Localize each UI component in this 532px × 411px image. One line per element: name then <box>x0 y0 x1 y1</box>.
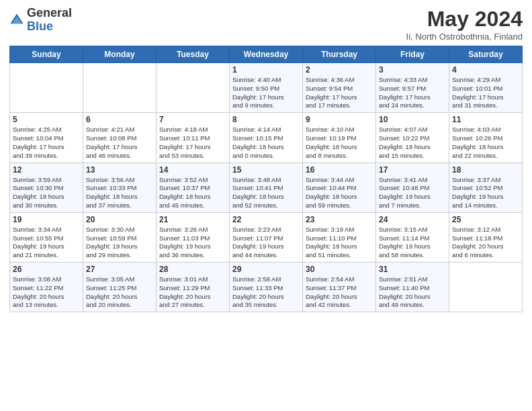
logo-general: General <box>27 7 72 20</box>
day-number: 12 <box>13 165 80 175</box>
weekday-header-monday: Monday <box>83 46 157 63</box>
day-number: 18 <box>452 165 519 175</box>
day-number: 27 <box>86 265 153 274</box>
day-info: Sunrise: 4:10 AM Sunset: 10:19 PM Daylig… <box>306 126 373 160</box>
day-info: Sunrise: 3:12 AM Sunset: 11:18 PM Daylig… <box>452 226 519 260</box>
day-info: Sunrise: 4:07 AM Sunset: 10:22 PM Daylig… <box>379 126 446 160</box>
logo-text: General Blue <box>27 7 72 34</box>
calendar-cell: 18Sunrise: 3:37 AM Sunset: 10:52 PM Dayl… <box>449 163 523 212</box>
day-number: 21 <box>159 215 226 224</box>
day-number: 2 <box>306 65 373 75</box>
weekday-header-row: SundayMondayTuesdayWednesdayThursdayFrid… <box>10 46 523 63</box>
day-number: 14 <box>159 165 226 175</box>
calendar-cell: 6Sunrise: 4:21 AM Sunset: 10:08 PM Dayli… <box>83 113 157 163</box>
day-info: Sunrise: 3:30 AM Sunset: 10:59 PM Daylig… <box>86 226 153 260</box>
calendar-cell <box>83 63 157 113</box>
day-number: 29 <box>232 265 300 274</box>
day-number: 30 <box>306 265 373 274</box>
day-info: Sunrise: 4:40 AM Sunset: 9:50 PM Dayligh… <box>232 76 300 110</box>
day-number: 20 <box>86 215 153 224</box>
calendar-cell: 7Sunrise: 4:18 AM Sunset: 10:11 PM Dayli… <box>157 113 230 163</box>
calendar-cell: 29Sunrise: 2:58 AM Sunset: 11:33 PM Dayl… <box>230 263 303 312</box>
calendar-cell: 16Sunrise: 3:44 AM Sunset: 10:44 PM Dayl… <box>303 163 376 212</box>
day-number: 7 <box>159 115 226 124</box>
calendar-cell: 27Sunrise: 3:05 AM Sunset: 11:25 PM Dayl… <box>83 263 157 312</box>
day-info: Sunrise: 3:19 AM Sunset: 11:10 PM Daylig… <box>306 226 373 260</box>
calendar-cell: 21Sunrise: 3:26 AM Sunset: 11:03 PM Dayl… <box>157 212 230 262</box>
day-info: Sunrise: 3:05 AM Sunset: 11:25 PM Daylig… <box>86 275 153 310</box>
day-number: 1 <box>232 65 300 75</box>
weekday-header-friday: Friday <box>376 46 449 63</box>
logo: General Blue <box>9 7 72 34</box>
calendar-week-2: 5Sunrise: 4:25 AM Sunset: 10:04 PM Dayli… <box>10 113 523 163</box>
page: General Blue May 2024 Ii, North Ostrobot… <box>0 0 532 411</box>
calendar-cell <box>449 263 523 312</box>
day-info: Sunrise: 3:26 AM Sunset: 11:03 PM Daylig… <box>159 226 226 260</box>
day-info: Sunrise: 4:18 AM Sunset: 10:11 PM Daylig… <box>159 126 226 160</box>
calendar-week-3: 12Sunrise: 3:59 AM Sunset: 10:30 PM Dayl… <box>10 163 523 212</box>
calendar-cell: 31Sunrise: 2:51 AM Sunset: 11:40 PM Dayl… <box>376 263 449 312</box>
day-info: Sunrise: 3:01 AM Sunset: 11:29 PM Daylig… <box>159 275 226 310</box>
day-number: 24 <box>379 215 446 224</box>
calendar-cell: 14Sunrise: 3:52 AM Sunset: 10:37 PM Dayl… <box>157 163 230 212</box>
logo-icon <box>9 13 24 28</box>
calendar-cell: 17Sunrise: 3:41 AM Sunset: 10:48 PM Dayl… <box>376 163 449 212</box>
location: Ii, North Ostrobothnia, Finland <box>406 32 523 42</box>
header: General Blue May 2024 Ii, North Ostrobot… <box>9 7 523 42</box>
weekday-header-saturday: Saturday <box>449 46 523 63</box>
title-section: May 2024 Ii, North Ostrobothnia, Finland <box>406 7 523 42</box>
calendar-week-5: 26Sunrise: 3:08 AM Sunset: 11:22 PM Dayl… <box>10 263 523 312</box>
calendar-week-1: 1Sunrise: 4:40 AM Sunset: 9:50 PM Daylig… <box>10 63 523 113</box>
day-number: 19 <box>13 215 80 224</box>
day-info: Sunrise: 3:41 AM Sunset: 10:48 PM Daylig… <box>379 176 446 210</box>
day-info: Sunrise: 4:29 AM Sunset: 10:01 PM Daylig… <box>452 76 519 110</box>
calendar-cell: 20Sunrise: 3:30 AM Sunset: 10:59 PM Dayl… <box>83 212 157 262</box>
day-number: 4 <box>452 65 519 75</box>
day-number: 15 <box>232 165 300 175</box>
day-info: Sunrise: 3:52 AM Sunset: 10:37 PM Daylig… <box>159 176 226 210</box>
weekday-header-thursday: Thursday <box>303 46 376 63</box>
calendar-cell: 24Sunrise: 3:15 AM Sunset: 11:14 PM Dayl… <box>376 212 449 262</box>
day-number: 10 <box>379 115 446 124</box>
calendar-cell: 23Sunrise: 3:19 AM Sunset: 11:10 PM Dayl… <box>303 212 376 262</box>
month-title: May 2024 <box>406 7 523 32</box>
day-number: 11 <box>452 115 519 124</box>
day-number: 26 <box>13 265 80 274</box>
day-number: 3 <box>379 65 446 75</box>
day-number: 23 <box>306 215 373 224</box>
day-info: Sunrise: 3:08 AM Sunset: 11:22 PM Daylig… <box>13 275 80 310</box>
day-info: Sunrise: 3:48 AM Sunset: 10:41 PM Daylig… <box>232 176 300 210</box>
day-info: Sunrise: 2:58 AM Sunset: 11:33 PM Daylig… <box>232 275 300 310</box>
day-info: Sunrise: 3:59 AM Sunset: 10:30 PM Daylig… <box>13 176 80 210</box>
calendar-cell <box>10 63 83 113</box>
calendar-cell: 8Sunrise: 4:14 AM Sunset: 10:15 PM Dayli… <box>230 113 303 163</box>
calendar-cell: 12Sunrise: 3:59 AM Sunset: 10:30 PM Dayl… <box>10 163 83 212</box>
calendar-cell: 26Sunrise: 3:08 AM Sunset: 11:22 PM Dayl… <box>10 263 83 312</box>
day-info: Sunrise: 4:21 AM Sunset: 10:08 PM Daylig… <box>86 126 153 160</box>
day-info: Sunrise: 3:15 AM Sunset: 11:14 PM Daylig… <box>379 226 446 260</box>
weekday-header-sunday: Sunday <box>10 46 83 63</box>
day-number: 9 <box>306 115 373 124</box>
calendar-cell: 4Sunrise: 4:29 AM Sunset: 10:01 PM Dayli… <box>449 63 523 113</box>
day-info: Sunrise: 4:33 AM Sunset: 9:57 PM Dayligh… <box>379 76 446 110</box>
weekday-header-tuesday: Tuesday <box>157 46 230 63</box>
calendar-cell: 1Sunrise: 4:40 AM Sunset: 9:50 PM Daylig… <box>230 63 303 113</box>
day-number: 13 <box>86 165 153 175</box>
day-info: Sunrise: 3:34 AM Sunset: 10:55 PM Daylig… <box>13 226 80 260</box>
calendar-cell: 28Sunrise: 3:01 AM Sunset: 11:29 PM Dayl… <box>157 263 230 312</box>
calendar-cell: 3Sunrise: 4:33 AM Sunset: 9:57 PM Daylig… <box>376 63 449 113</box>
day-info: Sunrise: 4:25 AM Sunset: 10:04 PM Daylig… <box>13 126 80 160</box>
day-number: 25 <box>452 215 519 224</box>
day-number: 5 <box>13 115 80 124</box>
calendar-cell: 15Sunrise: 3:48 AM Sunset: 10:41 PM Dayl… <box>230 163 303 212</box>
day-number: 16 <box>306 165 373 175</box>
day-info: Sunrise: 2:54 AM Sunset: 11:37 PM Daylig… <box>306 275 373 310</box>
day-number: 22 <box>232 215 300 224</box>
calendar-cell: 22Sunrise: 3:23 AM Sunset: 11:07 PM Dayl… <box>230 212 303 262</box>
day-number: 31 <box>379 265 446 274</box>
calendar-cell: 19Sunrise: 3:34 AM Sunset: 10:55 PM Dayl… <box>10 212 83 262</box>
calendar-cell <box>157 63 230 113</box>
day-info: Sunrise: 4:03 AM Sunset: 10:26 PM Daylig… <box>452 126 519 160</box>
logo-blue: Blue <box>27 20 72 34</box>
day-info: Sunrise: 3:44 AM Sunset: 10:44 PM Daylig… <box>306 176 373 210</box>
